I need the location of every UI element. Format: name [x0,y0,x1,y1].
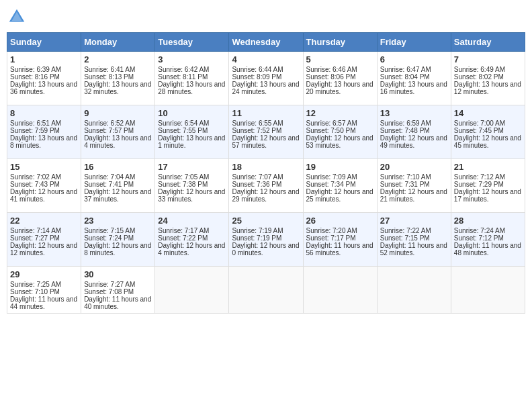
sunset-label: Sunset: 7:43 PM [10,181,60,188]
sunset-label: Sunset: 7:36 PM [232,181,281,188]
calendar-cell: 18 Sunrise: 7:07 AM Sunset: 7:36 PM Dayl… [229,159,303,213]
sunset-label: Sunset: 7:12 PM [454,234,504,242]
sunset-label: Sunset: 7:15 PM [380,234,430,242]
sunset-label: Sunset: 8:09 PM [232,73,281,81]
daylight-label: Daylight: 12 hours and 45 minutes. [454,134,521,149]
day-number: 25 [232,216,300,226]
calendar-cell: 12 Sunrise: 6:57 AM Sunset: 7:50 PM Dayl… [303,105,377,159]
sunset-label: Sunset: 7:19 PM [232,234,281,242]
calendar-week-row: 22 Sunrise: 7:14 AM Sunset: 7:27 PM Dayl… [7,213,525,267]
sunset-label: Sunset: 7:50 PM [306,127,356,134]
calendar-cell: 21 Sunrise: 7:12 AM Sunset: 7:29 PM Dayl… [451,159,525,213]
sunrise-label: Sunrise: 7:00 AM [454,120,505,127]
sunrise-label: Sunrise: 6:39 AM [10,66,61,73]
sunrise-label: Sunrise: 7:05 AM [158,173,209,181]
calendar-cell: 26 Sunrise: 7:20 AM Sunset: 7:17 PM Dayl… [303,213,377,267]
calendar-cell: 25 Sunrise: 7:19 AM Sunset: 7:19 PM Dayl… [229,213,303,267]
day-number: 29 [10,269,78,279]
daylight-label: Daylight: 12 hours and 49 minutes. [380,134,447,149]
day-number: 2 [84,54,152,64]
sunset-label: Sunset: 7:17 PM [306,234,356,242]
page-header [7,7,525,27]
sunrise-label: Sunrise: 7:17 AM [158,227,209,234]
day-number: 27 [380,216,448,226]
sunrise-label: Sunrise: 6:52 AM [84,120,135,127]
sunset-label: Sunset: 7:48 PM [380,127,430,134]
day-number: 7 [454,54,522,64]
sunrise-label: Sunrise: 6:49 AM [454,66,505,73]
sunset-label: Sunset: 7:52 PM [232,127,281,134]
daylight-label: Daylight: 13 hours and 32 minutes. [84,81,151,95]
daylight-label: Daylight: 13 hours and 28 minutes. [158,81,225,95]
sunset-label: Sunset: 7:45 PM [454,127,504,134]
calendar-cell [229,267,303,314]
day-number: 11 [232,108,300,118]
day-number: 3 [158,54,226,64]
calendar-week-row: 8 Sunrise: 6:51 AM Sunset: 7:59 PM Dayli… [7,105,525,159]
calendar-cell: 5 Sunrise: 6:46 AM Sunset: 8:06 PM Dayli… [303,52,377,105]
daylight-label: Daylight: 12 hours and 8 minutes. [84,242,151,257]
daylight-label: Daylight: 12 hours and 53 minutes. [306,134,373,149]
day-number: 19 [306,162,374,172]
daylight-label: Daylight: 11 hours and 44 minutes. [10,295,77,310]
sunrise-label: Sunrise: 6:55 AM [232,120,283,127]
sunrise-label: Sunrise: 6:44 AM [232,66,283,73]
sunrise-label: Sunrise: 6:47 AM [380,66,431,73]
daylight-label: Daylight: 13 hours and 16 minutes. [380,81,447,95]
daylight-label: Daylight: 12 hours and 57 minutes. [232,134,299,149]
calendar-cell: 23 Sunrise: 7:15 AM Sunset: 7:24 PM Dayl… [81,213,155,267]
sunrise-label: Sunrise: 7:20 AM [306,227,357,234]
weekday-header-sunday: Sunday [7,33,81,52]
calendar-cell [303,267,377,314]
daylight-label: Daylight: 13 hours and 1 minute. [158,134,225,149]
day-number: 18 [232,162,300,172]
sunset-label: Sunset: 7:10 PM [10,288,60,295]
calendar-week-row: 15 Sunrise: 7:02 AM Sunset: 7:43 PM Dayl… [7,159,525,213]
weekday-header-monday: Monday [81,33,155,52]
weekday-header-friday: Friday [377,33,451,52]
sunrise-label: Sunrise: 7:24 AM [454,227,505,234]
sunset-label: Sunset: 7:08 PM [84,288,134,295]
sunrise-label: Sunrise: 7:07 AM [232,173,283,181]
calendar-cell: 9 Sunrise: 6:52 AM Sunset: 7:57 PM Dayli… [81,105,155,159]
daylight-label: Daylight: 12 hours and 0 minutes. [232,242,299,257]
daylight-label: Daylight: 12 hours and 37 minutes. [84,188,151,203]
day-number: 5 [306,54,374,64]
calendar-cell: 1 Sunrise: 6:39 AM Sunset: 8:16 PM Dayli… [7,52,81,105]
daylight-label: Daylight: 11 hours and 52 minutes. [380,242,447,257]
calendar-week-row: 1 Sunrise: 6:39 AM Sunset: 8:16 PM Dayli… [7,52,525,105]
sunrise-label: Sunrise: 7:19 AM [232,227,283,234]
calendar-cell: 27 Sunrise: 7:22 AM Sunset: 7:15 PM Dayl… [377,213,451,267]
sunrise-label: Sunrise: 6:57 AM [306,120,357,127]
day-number: 14 [454,108,522,118]
daylight-label: Daylight: 11 hours and 56 minutes. [306,242,373,257]
calendar-cell: 6 Sunrise: 6:47 AM Sunset: 8:04 PM Dayli… [377,52,451,105]
sunset-label: Sunset: 8:11 PM [158,73,208,81]
calendar-cell: 7 Sunrise: 6:49 AM Sunset: 8:02 PM Dayli… [451,52,525,105]
calendar-cell: 10 Sunrise: 6:54 AM Sunset: 7:55 PM Dayl… [155,105,229,159]
logo [7,7,31,27]
weekday-header-wednesday: Wednesday [229,33,303,52]
day-number: 10 [158,108,226,118]
daylight-label: Daylight: 12 hours and 17 minutes. [454,188,521,203]
sunset-label: Sunset: 7:31 PM [380,181,430,188]
sunrise-label: Sunrise: 7:27 AM [84,281,135,288]
day-number: 26 [306,216,374,226]
calendar-cell: 24 Sunrise: 7:17 AM Sunset: 7:22 PM Dayl… [155,213,229,267]
daylight-label: Daylight: 11 hours and 48 minutes. [454,242,521,257]
sunset-label: Sunset: 7:22 PM [158,234,208,242]
calendar-cell: 22 Sunrise: 7:14 AM Sunset: 7:27 PM Dayl… [7,213,81,267]
calendar-cell: 15 Sunrise: 7:02 AM Sunset: 7:43 PM Dayl… [7,159,81,213]
sunrise-label: Sunrise: 6:42 AM [158,66,209,73]
sunrise-label: Sunrise: 7:02 AM [10,173,61,181]
day-number: 1 [10,54,78,64]
daylight-label: Daylight: 13 hours and 12 minutes. [454,81,521,95]
sunset-label: Sunset: 7:29 PM [454,181,504,188]
calendar-cell: 29 Sunrise: 7:25 AM Sunset: 7:10 PM Dayl… [7,267,81,314]
sunrise-label: Sunrise: 6:46 AM [306,66,357,73]
sunset-label: Sunset: 8:02 PM [454,73,504,81]
calendar-cell: 19 Sunrise: 7:09 AM Sunset: 7:34 PM Dayl… [303,159,377,213]
sunrise-label: Sunrise: 6:54 AM [158,120,209,127]
sunrise-label: Sunrise: 7:09 AM [306,173,357,181]
sunset-label: Sunset: 7:24 PM [84,234,134,242]
